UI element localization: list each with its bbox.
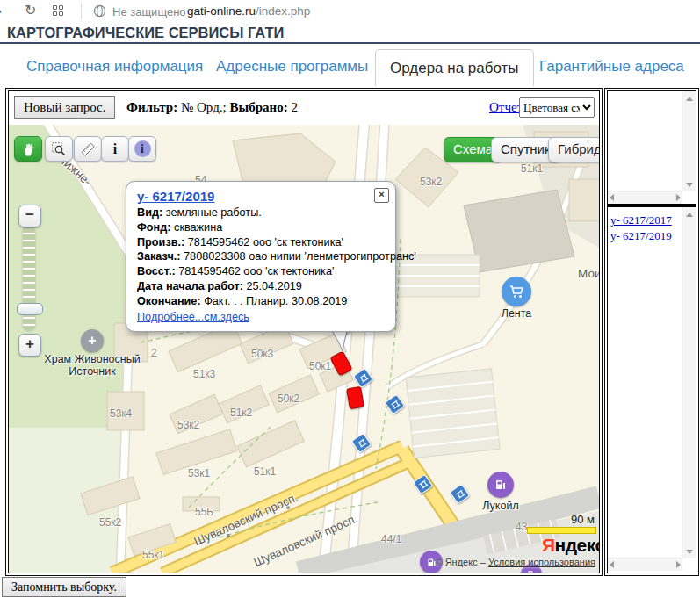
apps-grid-icon[interactable]: [53, 5, 64, 17]
lukoil-label: Лукойл: [474, 500, 527, 512]
scrollbar-vertical[interactable]: [682, 91, 696, 191]
selected-label: Выбрано:: [229, 100, 287, 114]
tab-garantiynye-adresa[interactable]: Гарантийные адреса: [539, 58, 684, 76]
terms-of-use-link[interactable]: Условия использования: [488, 557, 595, 567]
page: › ↻ Не защищено gati-online.ru/index.php…: [0, 0, 700, 598]
page-title: КАРТОГРАФИЧЕСКИЕ СЕРВИСЫ ГАТИ: [7, 25, 284, 41]
scroll-up-arrow[interactable]: [682, 207, 696, 221]
lenta-store-icon[interactable]: [502, 277, 531, 306]
filter-label: Фильтр:: [126, 100, 177, 114]
building-label: 53к4: [110, 407, 132, 420]
map-copyright: © Яндекс – Условия использования: [429, 557, 595, 567]
sidebar-orders-pane: у- 6217/2017 у- 6217/2019: [608, 207, 696, 571]
site-info-globe-icon[interactable]: [93, 4, 106, 18]
scroll-down-arrow[interactable]: [682, 544, 696, 558]
info-purple-icon: i: [134, 140, 151, 157]
scrollbar-horizontal[interactable]: [608, 558, 682, 571]
building-label: 53к2: [177, 419, 199, 431]
scroll-up-arrow[interactable]: [682, 91, 696, 105]
url-path: /index.php: [256, 4, 310, 18]
building-label: 51к1: [521, 162, 543, 175]
balloon-row: Окончание: Факт. . . Планир. 30.08.2019: [137, 294, 385, 309]
hand-icon: [21, 141, 36, 157]
tab-adresnye-programmy[interactable]: Адресные программы: [216, 58, 368, 76]
map-canvas[interactable]: Нижне- 54 51к1 53к2 Мои 2 51к3 50к3 50к1…: [9, 125, 599, 573]
building-label: 53к2: [420, 176, 442, 188]
address-bar[interactable]: gati-online.ru/index.php: [187, 4, 310, 18]
scale-bar: [527, 527, 596, 534]
order-title-link[interactable]: у- 6217/2019: [137, 189, 214, 204]
church-label-line1: Храм Живоносный: [40, 353, 145, 365]
filter-value: № Орд.;: [181, 100, 227, 114]
balloon-row: Восст.: 7814595462 ооо 'ск тектоника': [137, 264, 385, 279]
color-scheme-select[interactable]: Цветовая схема: [519, 97, 595, 118]
scrollbar-vertical[interactable]: [682, 207, 696, 558]
zoom-slider-track[interactable]: [23, 226, 35, 331]
balloon-row: Фонд: скважина: [137, 220, 385, 235]
street-label: Мои: [578, 267, 599, 280]
details-link[interactable]: Подробнее...см.здесь: [137, 311, 249, 323]
building-label: 50к3: [251, 348, 273, 360]
remember-selection-button[interactable]: Запомнить выборку.: [2, 577, 126, 597]
lenta-label: Лента: [495, 307, 538, 320]
scroll-right-arrow[interactable]: [676, 191, 681, 204]
forward-icon[interactable]: ›: [0, 2, 2, 20]
selected-count: 2: [291, 100, 298, 114]
hybrid-view-button[interactable]: Гибрид: [548, 137, 599, 162]
building-label: 55к1: [142, 549, 164, 561]
ruler-icon: [80, 141, 96, 157]
building-label: 51к2: [230, 407, 252, 419]
scroll-down-arrow[interactable]: [682, 177, 696, 191]
new-query-button[interactable]: Новый запрос.: [14, 96, 115, 119]
scroll-left-arrow[interactable]: [610, 191, 614, 204]
zoom-in-button[interactable]: +: [18, 334, 41, 357]
filter-summary: Фильтр: № Орд.; Выбрано: 2: [126, 100, 298, 115]
balloon-row: Дата начала работ: 25.04.2019: [137, 279, 385, 294]
building-label: 51к1: [254, 465, 276, 478]
balloon-row: Произв.: 7814595462 ооо 'ск тектоника': [137, 235, 385, 250]
order-balloon: у- 6217/2019 Вид: земляные работы. Фонд:…: [126, 181, 396, 332]
object-info-tool-button[interactable]: i: [128, 136, 156, 162]
scroll-right-arrow[interactable]: [676, 558, 681, 571]
yandex-logo[interactable]: Яндекс: [542, 535, 599, 556]
tab-ordera-na-raboty[interactable]: Ордера на работы: [375, 49, 534, 86]
church-label-line2: Источник: [40, 365, 145, 378]
balloon-row: Заказч.: 7808023308 оао нипии 'ленметрог…: [137, 249, 385, 264]
sidebar: у- 6217/2017 у- 6217/2019: [604, 88, 699, 576]
tab-bar: Справочная информация Адресные программы…: [0, 49, 700, 88]
browser-toolbar: › ↻ Не защищено gati-online.ru/index.php: [0, 0, 700, 23]
zoom-slider-handle[interactable]: [17, 303, 43, 315]
lukoil-fuel-icon[interactable]: [487, 472, 514, 498]
marquee-zoom-button[interactable]: [45, 136, 73, 162]
report-link[interactable]: Отчет: [489, 100, 523, 115]
info-tool-button[interactable]: i: [101, 136, 129, 162]
building-label: 51к3: [193, 368, 215, 380]
ruler-tool-button[interactable]: [74, 136, 102, 162]
building-label: 50к2: [278, 393, 299, 405]
scale-label: 90 м: [551, 513, 595, 526]
reload-icon[interactable]: ↻: [25, 2, 36, 18]
building-label: 44/1: [381, 533, 401, 545]
security-label: Не защищено: [112, 5, 186, 18]
pan-tool-button[interactable]: [14, 136, 42, 162]
sidebar-top-pane: [608, 91, 696, 207]
building-label: 43: [516, 521, 527, 533]
church-icon[interactable]: +: [81, 329, 104, 352]
balloon-row: Вид: земляные работы.: [137, 205, 385, 220]
map-toolbar: Новый запрос. Фильтр: № Орд.; Выбрано: 2…: [9, 91, 599, 125]
info-icon: i: [113, 141, 117, 157]
zoom-out-button[interactable]: −: [18, 205, 41, 227]
building-label: 53к1: [188, 467, 210, 479]
building-label: 55к2: [99, 516, 121, 529]
balloon-close-icon[interactable]: ×: [374, 188, 389, 203]
building-label: 2: [151, 347, 157, 359]
scrollbar-horizontal[interactable]: [608, 191, 682, 204]
marquee-zoom-icon: [51, 141, 67, 157]
building-label: 50к1: [309, 360, 331, 372]
building-label: 55Б: [195, 506, 213, 518]
tab-spravochnaya-informaciya[interactable]: Справочная информация: [26, 58, 203, 76]
divider: [81, 3, 82, 19]
title-rule: [0, 42, 700, 44]
map-panel: Новый запрос. Фильтр: № Орд.; Выбрано: 2…: [5, 88, 603, 576]
scroll-left-arrow[interactable]: [610, 558, 614, 571]
